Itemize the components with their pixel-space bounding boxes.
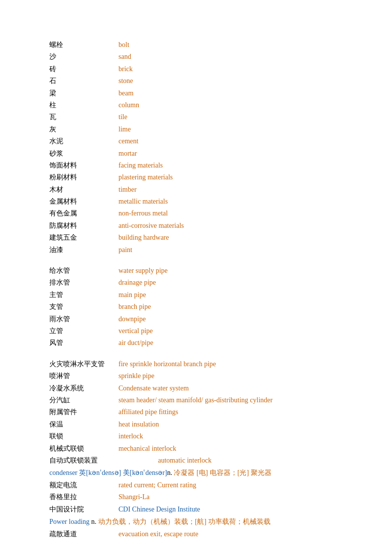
heat-insulation-line: 保温heat insulation: [49, 419, 362, 430]
english-term: automatic interlock: [158, 455, 211, 466]
english-term: paint: [118, 245, 132, 256]
cdi-line: 中国设计院CDI Chinese Design Institute: [49, 504, 362, 515]
vocab-item: 砂浆mortar: [49, 148, 362, 159]
vocab-item: 风管air duct/pipe: [49, 338, 362, 348]
english-term: branch pipe: [118, 301, 151, 312]
chinese-term: 保温: [49, 419, 118, 430]
vocab-item: 雨水管downpipe: [49, 314, 362, 325]
vocab-item: 螺栓bolt: [49, 40, 362, 50]
interlock-line: 联锁interlock: [49, 431, 362, 442]
chinese-term: 风管: [49, 338, 118, 348]
condenser-pos: n.: [167, 469, 174, 476]
condenser-def: 冷凝器 [电] 电容器；[光] 聚光器: [174, 469, 271, 476]
english-term: drainage pipe: [118, 277, 156, 288]
fire-sprinkle-line: 火灾喷淋水平支管fire sprinkle horizontal branch …: [49, 359, 362, 370]
vocab-list: 螺栓bolt沙sand砖brick石stone梁beam柱column瓦tile…: [49, 40, 362, 256]
chinese-term: 瓦: [49, 112, 118, 123]
chinese-term: 自动式联锁装置: [49, 455, 158, 466]
english-term: main pipe: [118, 290, 146, 300]
chinese-term: 香格里拉: [49, 492, 118, 503]
vocab-item: 立管vertical pipe: [49, 326, 362, 337]
vocab-item: 建筑五金building hardware: [49, 232, 362, 243]
chinese-term: 立管: [49, 326, 118, 337]
chinese-term: 附属管件: [49, 407, 118, 418]
evacuation-line: 疏散通道evacuation exit, escape route: [49, 529, 362, 540]
power-loading-def: 动力负载，动力（机械）装载；[航] 功率载荷；机械装载: [98, 518, 271, 525]
english-term: rated current; Current rating: [118, 480, 196, 491]
chinese-term: 机械式联锁: [49, 443, 118, 454]
vocab-item: 主管main pipe: [49, 290, 362, 300]
vocab-item: 有色金属non-ferrous metal: [49, 208, 362, 219]
chinese-term: 防腐材料: [49, 220, 118, 231]
english-term: interlock: [118, 431, 143, 442]
english-term: anti-corrosive materials: [118, 220, 184, 231]
english-term: sand: [118, 51, 131, 62]
english-term: bolt: [118, 40, 129, 50]
vocab-item: 水泥cement: [49, 136, 362, 147]
chinese-term: 喷淋管: [49, 371, 118, 382]
vocab-item: 饰面材料facing materials: [49, 160, 362, 171]
auto-interlock-line: 自动式联锁装置automatic interlock: [49, 455, 362, 466]
vocab-item: 金属材料metallic materials: [49, 196, 362, 207]
chinese-term: 疏散通道: [49, 529, 118, 540]
vocab-item: 粉刷材料plastering materials: [49, 172, 362, 183]
english-term: affiliated pipe fittings: [118, 407, 178, 418]
rated-current-line: 额定电流rated current; Current rating: [49, 480, 362, 491]
vocab-item: 柱column: [49, 100, 362, 111]
chinese-term: 排水管: [49, 277, 118, 288]
english-term: evacuation exit, escape route: [118, 529, 198, 540]
condensate-line: 冷凝水系统Condensate water system: [49, 383, 362, 394]
english-term: brick: [118, 64, 133, 75]
english-term: plastering materials: [118, 172, 173, 183]
vocab-item: 支管branch pipe: [49, 301, 362, 312]
shangri-la-line: 香格里拉Shangri-La: [49, 492, 362, 503]
chinese-term: 木材: [49, 184, 118, 195]
chinese-term: 额定电流: [49, 480, 118, 491]
vocab-item: 油漆paint: [49, 245, 362, 256]
affiliated-line: 附属管件affiliated pipe fittings: [49, 407, 362, 418]
chinese-term: 油漆: [49, 245, 118, 256]
english-term: stone: [118, 76, 133, 86]
chinese-term: 冷凝水系统: [49, 383, 118, 394]
vocab-item: 沙sand: [49, 51, 362, 62]
chinese-term: 中国设计院: [49, 504, 118, 515]
english-term: timber: [118, 184, 137, 195]
chinese-term: 主管: [49, 290, 118, 300]
chinese-term: 饰面材料: [49, 160, 118, 171]
chinese-term: 给水管: [49, 265, 118, 276]
vocab-item: 梁beam: [49, 88, 362, 99]
vocab-item: 灰lime: [49, 124, 362, 135]
english-term: cement: [118, 136, 138, 147]
chinese-term: 灰: [49, 124, 118, 135]
english-term: Shangri-La: [118, 492, 150, 503]
english-term: non-ferrous metal: [118, 208, 168, 219]
special-items: 火灾喷淋水平支管fire sprinkle horizontal branch …: [49, 359, 362, 540]
vocab-item: 给水管water supply pipe: [49, 265, 362, 276]
power-loading-en: Power loading: [49, 518, 89, 525]
english-term: Condensate water system: [118, 383, 189, 394]
chinese-term: 梁: [49, 88, 118, 99]
condenser-definition-line: condenser 英[kənˈdensə] 美[kənˈdensər]n. 冷…: [49, 467, 362, 479]
mechanical-interlock-line: 机械式联锁mechanical interlock: [49, 443, 362, 454]
english-term: downpipe: [118, 314, 146, 325]
english-term: mechanical interlock: [118, 443, 176, 454]
english-term: water supply pipe: [118, 265, 168, 276]
english-term: air duct/pipe: [118, 338, 153, 348]
english-term: metallic materials: [118, 196, 168, 207]
chinese-term: 分汽缸: [49, 395, 118, 406]
chinese-term: 联锁: [49, 431, 118, 442]
chinese-term: 砖: [49, 64, 118, 75]
chinese-term: 螺栓: [49, 40, 118, 50]
chinese-term: 支管: [49, 301, 118, 312]
english-term: lime: [118, 124, 131, 135]
chinese-term: 粉刷材料: [49, 172, 118, 183]
vocab-item: 防腐材料anti-corrosive materials: [49, 220, 362, 231]
chinese-term: 柱: [49, 100, 118, 111]
vocab-item: 砖brick: [49, 64, 362, 75]
english-term: steam header/ steam manifold/ gas-distri…: [118, 395, 273, 406]
steam-header-line: 分汽缸steam header/ steam manifold/ gas-dis…: [49, 395, 362, 406]
vocab-item: 排水管drainage pipe: [49, 277, 362, 288]
vocab-item: 瓦tile: [49, 112, 362, 123]
chinese-term: 金属材料: [49, 196, 118, 207]
chinese-term: 雨水管: [49, 314, 118, 325]
